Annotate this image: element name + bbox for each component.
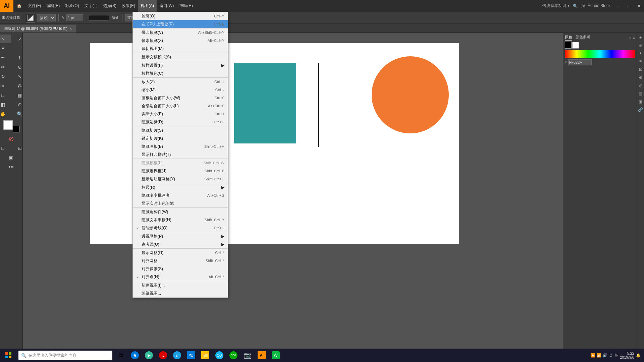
workspace-label[interactable]: 传统基本功能 ▾ <box>542 3 570 9</box>
menu-fit-all[interactable]: 全部适合窗口大小(L) Alt+Ctrl+0 <box>133 102 228 110</box>
menu-crop-view[interactable]: 裁切视图(M) <box>133 45 228 53</box>
menu-hide-bounding[interactable]: 隐藏定界框(J) Shift+Ctrl+B <box>133 167 228 175</box>
black-swatch[interactable] <box>565 42 572 49</box>
hex-value-input[interactable] <box>568 59 592 65</box>
brush-tool[interactable]: ✏ <box>0 63 11 71</box>
appearance-icon[interactable]: ◎ <box>638 82 644 88</box>
menu-file[interactable]: 文件(F) <box>25 0 44 12</box>
menu-hide-gradient[interactable]: 隐藏渐变批注者 Alt+Ctrl+G <box>133 191 228 199</box>
search-label[interactable]: 搜: Adobe Stock <box>581 3 610 9</box>
symbols-icon[interactable]: ✦ <box>638 50 644 56</box>
menu-view[interactable]: 视图(A) <box>138 0 157 12</box>
panel-collapse-icon[interactable]: » <box>629 36 631 40</box>
normal-mode-btn[interactable]: □ <box>0 144 11 153</box>
menu-presentation-mode[interactable]: 显示文稿模式(S) <box>133 53 228 61</box>
foreground-color[interactable] <box>3 120 13 130</box>
none-color-btn[interactable]: ⊘ <box>3 134 19 143</box>
shape-tool[interactable]: □ <box>0 91 11 100</box>
menu-show-grid[interactable]: 显示网格(G) Ctrl+* <box>133 249 228 257</box>
background-color[interactable] <box>13 126 19 132</box>
taskbar-store[interactable]: 🛍 <box>184 349 198 362</box>
menu-fit-artboard[interactable]: 画板适合窗口大小(W) Ctrl+0 <box>133 94 228 102</box>
taskbar-qq[interactable]: QQ <box>213 349 226 362</box>
keyboard-lang[interactable]: 英 <box>609 353 613 358</box>
pen-tool[interactable]: ✒ <box>0 53 11 62</box>
gradient-tool[interactable]: ◧ <box>0 100 11 109</box>
menu-pixel-preview[interactable]: 像素预览(X) Alt+Ctrl+Y <box>133 37 228 45</box>
taskbar-taskview[interactable]: ⧉ <box>114 349 127 362</box>
taskbar-search-input[interactable] <box>28 353 110 358</box>
links-icon[interactable]: 🔗 <box>638 107 644 113</box>
hand-tool[interactable]: ✋ <box>0 110 11 118</box>
artboards-icon[interactable]: ▣ <box>638 99 644 105</box>
menu-snap-pixel[interactable]: 对齐像素(S) <box>133 265 228 273</box>
color-guide-tab[interactable]: 颜色参考 <box>576 35 590 41</box>
select-tool[interactable]: ↖ <box>0 35 11 43</box>
network-icon[interactable]: 🔼 <box>590 353 595 358</box>
menu-window[interactable]: 窗口(W) <box>157 0 176 12</box>
color-tab[interactable]: 颜色 <box>565 35 572 41</box>
menu-edit-view[interactable]: 编辑视图... <box>133 289 228 297</box>
menu-rulers[interactable]: 标尺(R) ▶ <box>133 183 228 191</box>
black-line[interactable] <box>318 63 319 147</box>
menu-hide-edges[interactable]: 隐藏边缘(D) Ctrl+H <box>133 118 228 126</box>
magic-wand-tool[interactable]: ✦ <box>0 44 11 53</box>
menu-text[interactable]: 文字(T) <box>82 0 100 12</box>
ime-indicator[interactable]: 英 <box>614 353 618 358</box>
layers-icon[interactable]: ▤ <box>638 90 644 97</box>
menu-lock-slices[interactable]: 锁定切片(K) <box>133 134 228 142</box>
color-gradient-bar[interactable] <box>565 50 635 58</box>
warp-tool[interactable]: ≈ <box>0 81 11 90</box>
rotate-tool[interactable]: ↻ <box>0 72 11 81</box>
tab-close-btn[interactable]: ✕ <box>69 27 72 31</box>
menu-proof-color[interactable]: 校样颜色(C) <box>133 69 228 77</box>
panel-menu-icon[interactable]: ≡ <box>633 36 635 40</box>
stroke-size-input[interactable] <box>66 14 83 21</box>
menu-hide-corner[interactable]: 隐藏角构件(W) <box>133 208 228 216</box>
orange-circle[interactable] <box>372 56 449 133</box>
minimize-button[interactable]: ─ <box>614 0 624 12</box>
menu-show-print-tiling[interactable]: 显示打印拼贴(T) <box>133 150 228 159</box>
taskbar-netease[interactable]: ♫ <box>156 349 170 362</box>
start-button[interactable] <box>0 349 17 362</box>
white-swatch[interactable] <box>572 42 579 49</box>
taskbar-edge[interactable]: e <box>128 349 142 362</box>
menu-guides[interactable]: 参考线(U) ▶ <box>133 240 228 248</box>
close-button[interactable]: ✕ <box>634 0 644 12</box>
taskbar-ie[interactable]: e <box>170 349 184 362</box>
menu-hide-artboard[interactable]: 隐藏画板(B) Shift+Ctrl+H <box>133 142 228 150</box>
teal-rectangle[interactable] <box>234 63 296 143</box>
taskbar-explorer[interactable]: 📁 <box>199 349 212 362</box>
transform-icon[interactable]: ⊡ <box>638 66 644 72</box>
menu-edit[interactable]: 编辑(E) <box>44 0 62 12</box>
menu-hide-template[interactable]: 隐藏模板(L) Shift+Ctrl+W <box>133 159 228 167</box>
align-icon[interactable]: ≡ <box>638 58 644 64</box>
menu-help[interactable]: 帮助(H) <box>176 0 196 12</box>
menu-overprint[interactable]: 叠印预览(V) Alt+Shift+Ctrl+Y <box>133 33 228 37</box>
wifi-icon[interactable]: 📶 <box>596 353 601 358</box>
taskbar-360[interactable]: 360 <box>227 349 240 362</box>
menu-smart-guides[interactable]: ✓ 智能参考线(Q) Ctrl+U <box>133 224 228 232</box>
stroke-color-picker[interactable] <box>26 13 35 22</box>
document-tab[interactable]: 未标题-1* @ 88.85% (RGB/GPU 预览) ✕ <box>0 24 76 33</box>
taskbar-wechat[interactable]: W <box>269 349 282 362</box>
menu-show-live-paint[interactable]: 显示实时上色间隙 <box>133 199 228 207</box>
menu-effect[interactable]: 效果(E) <box>119 0 138 12</box>
describe-select[interactable]: 描述: <box>37 14 56 21</box>
taskbar-potplayer[interactable]: ▶ <box>142 349 156 362</box>
menu-new-view[interactable]: 新建视图(I)... <box>133 281 228 289</box>
brushes-icon[interactable]: ⌀ <box>638 42 644 48</box>
menu-object[interactable]: 对象(O) <box>62 0 82 12</box>
menu-hide-slices[interactable]: 隐藏切片(S) <box>133 126 228 134</box>
pathfinder-icon[interactable]: ⊕ <box>638 74 644 80</box>
menu-proof-setup[interactable]: 校样设置(F) ▶ <box>133 61 228 69</box>
swatches-icon[interactable]: ◈ <box>638 34 644 40</box>
taskbar-camera[interactable]: 📷 <box>241 349 254 362</box>
taskbar-ai[interactable]: Ai <box>255 349 268 362</box>
speaker-icon[interactable]: 🔊 <box>602 353 607 358</box>
home-icon-btn[interactable]: 🏠 <box>13 0 25 12</box>
menu-select[interactable]: 选择(S) <box>100 0 119 12</box>
menu-perspective-grid[interactable]: 透视网格(P) ▶ <box>133 232 228 240</box>
more-tools-btn[interactable]: ••• <box>3 163 19 171</box>
maximize-button[interactable]: □ <box>624 0 634 12</box>
